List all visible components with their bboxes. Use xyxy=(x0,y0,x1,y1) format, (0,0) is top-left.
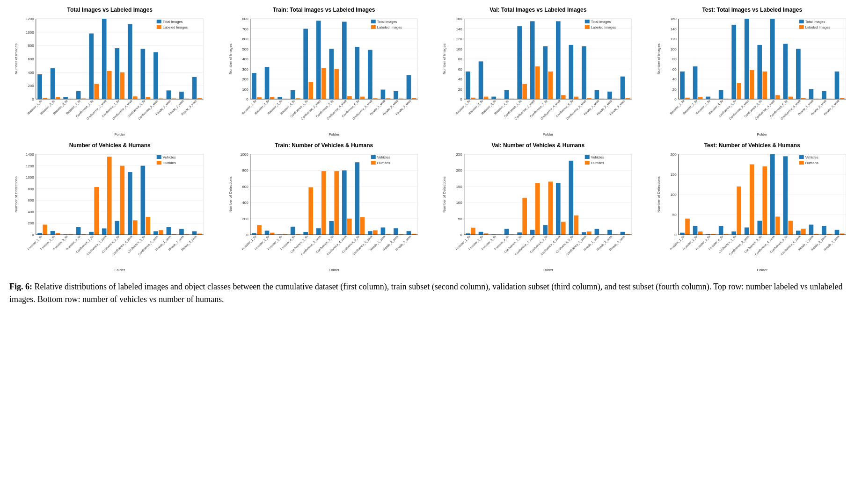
svg-text:1400: 1400 xyxy=(26,152,34,157)
svg-text:200: 200 xyxy=(28,221,34,225)
chart-row2-col2: Train: Number of Vehicles & Humans020040… xyxy=(219,140,430,274)
svg-rect-84 xyxy=(257,97,262,99)
svg-text:Number of Images: Number of Images xyxy=(228,43,232,74)
svg-rect-230 xyxy=(737,83,741,99)
chart-row1-col2: Train: Total Images vs Labeled Images010… xyxy=(219,5,430,138)
chart-area-row1-col1: 020040060080010001200Rossiter_1_flirRoss… xyxy=(7,15,213,137)
chart-title-row2-col4: Test: Number of Vehicles & Humans xyxy=(649,142,856,149)
svg-text:120: 120 xyxy=(456,37,462,41)
svg-text:0: 0 xyxy=(460,233,462,237)
svg-rect-407 xyxy=(479,232,483,235)
svg-text:Folder: Folder xyxy=(757,132,767,137)
svg-rect-478 xyxy=(744,228,749,235)
chart-title-row2-col2: Train: Number of Vehicles & Humans xyxy=(221,142,428,149)
svg-rect-309 xyxy=(153,231,158,235)
svg-rect-358 xyxy=(316,228,321,235)
svg-rect-59 xyxy=(157,20,161,23)
svg-text:600: 600 xyxy=(28,57,34,61)
svg-rect-262 xyxy=(799,25,804,29)
svg-text:200: 200 xyxy=(242,77,248,81)
svg-text:250: 250 xyxy=(456,152,462,157)
svg-rect-241 xyxy=(783,44,788,99)
svg-rect-391 xyxy=(464,154,632,235)
svg-rect-119 xyxy=(406,75,411,99)
svg-rect-104 xyxy=(342,22,346,99)
svg-rect-425 xyxy=(556,183,561,235)
svg-text:Labeled Images: Labeled Images xyxy=(805,25,830,29)
svg-rect-373 xyxy=(380,228,385,235)
svg-rect-229 xyxy=(731,25,736,99)
svg-text:800: 800 xyxy=(242,168,248,173)
svg-rect-476 xyxy=(737,187,741,235)
svg-rect-282 xyxy=(37,233,42,235)
chart-row2-col3: Val: Number of Vehicles & Humans05010015… xyxy=(433,140,643,274)
chart-area-row1-col2: 0100200300400500600700800Rossiter_1_flir… xyxy=(221,15,428,137)
svg-rect-359 xyxy=(321,171,326,235)
svg-text:Folder: Folder xyxy=(542,132,553,137)
svg-text:Number of Detections: Number of Detections xyxy=(442,176,446,212)
chart-row2-col1: Number of Vehicles & Humans0200400600800… xyxy=(5,140,215,274)
svg-rect-96 xyxy=(308,82,313,99)
chart-title-row1-col4: Test: Total Images vs Labeled Images xyxy=(649,7,856,13)
svg-rect-102 xyxy=(334,69,339,100)
svg-text:150: 150 xyxy=(670,173,677,177)
svg-rect-367 xyxy=(355,162,359,235)
chart-area-row1-col4: 020406080100120140160Rossiter_1_flirRoss… xyxy=(649,15,856,137)
svg-rect-233 xyxy=(749,70,754,99)
svg-rect-434 xyxy=(595,229,599,235)
svg-rect-236 xyxy=(762,72,767,99)
svg-rect-423 xyxy=(548,181,553,235)
svg-rect-92 xyxy=(290,90,295,99)
svg-rect-250 xyxy=(822,91,826,99)
svg-rect-159 xyxy=(504,90,509,99)
svg-rect-34 xyxy=(115,48,119,99)
svg-text:100: 100 xyxy=(670,47,677,51)
svg-rect-239 xyxy=(775,95,780,99)
svg-text:200: 200 xyxy=(670,152,677,157)
svg-rect-347 xyxy=(270,233,274,235)
svg-rect-25 xyxy=(76,91,81,99)
svg-text:400: 400 xyxy=(28,71,34,75)
svg-rect-235 xyxy=(757,45,762,99)
svg-rect-361 xyxy=(329,221,334,235)
svg-rect-475 xyxy=(731,231,736,235)
svg-rect-297 xyxy=(102,228,107,235)
svg-rect-484 xyxy=(770,154,774,235)
svg-text:Folder: Folder xyxy=(329,268,339,272)
svg-text:800: 800 xyxy=(28,187,34,191)
svg-rect-368 xyxy=(360,217,365,235)
svg-rect-89 xyxy=(278,97,282,99)
svg-text:600: 600 xyxy=(242,185,248,189)
svg-rect-35 xyxy=(120,72,124,99)
svg-rect-379 xyxy=(406,231,411,235)
svg-rect-238 xyxy=(770,19,774,99)
svg-rect-19 xyxy=(51,68,55,99)
svg-rect-472 xyxy=(718,226,723,235)
svg-rect-388 xyxy=(371,161,375,165)
svg-text:140: 140 xyxy=(456,27,462,31)
svg-rect-295 xyxy=(94,187,99,235)
svg-rect-485 xyxy=(775,216,780,235)
svg-rect-101 xyxy=(329,49,334,100)
svg-rect-426 xyxy=(561,222,566,235)
svg-rect-242 xyxy=(788,97,793,99)
svg-text:40: 40 xyxy=(672,77,676,81)
svg-rect-195 xyxy=(585,25,590,29)
svg-rect-463 xyxy=(680,233,685,235)
svg-text:1200: 1200 xyxy=(26,17,34,21)
svg-text:Total Images: Total Images xyxy=(591,20,611,24)
svg-rect-315 xyxy=(179,229,184,235)
svg-text:800: 800 xyxy=(242,17,248,21)
svg-text:Humans: Humans xyxy=(163,161,176,165)
svg-text:0: 0 xyxy=(32,233,34,237)
chart-title-row1-col2: Train: Total Images vs Labeled Images xyxy=(221,7,428,13)
svg-rect-362 xyxy=(334,171,339,235)
svg-text:140: 140 xyxy=(670,27,677,31)
svg-rect-420 xyxy=(535,183,540,235)
svg-text:Number of Images: Number of Images xyxy=(656,43,660,74)
svg-rect-43 xyxy=(153,52,158,99)
svg-rect-232 xyxy=(744,19,749,99)
svg-rect-376 xyxy=(394,228,398,235)
svg-text:Humans: Humans xyxy=(805,161,818,165)
svg-rect-29 xyxy=(94,84,99,99)
